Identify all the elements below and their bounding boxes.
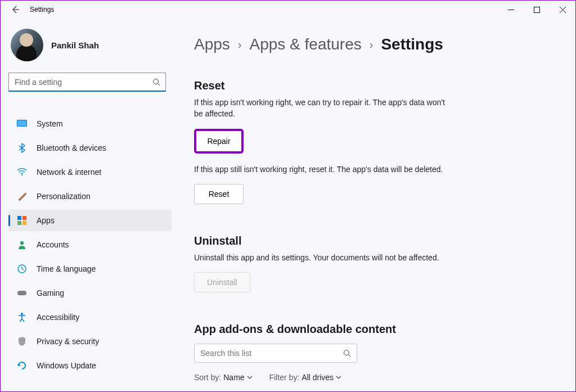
svg-line-16 (349, 355, 351, 357)
sidebar-item-label: Windows Update (37, 361, 96, 370)
uninstall-description: Uninstall this app and its settings. You… (194, 252, 559, 263)
svg-point-6 (21, 174, 22, 175)
search-icon (338, 349, 357, 357)
svg-rect-5 (17, 120, 26, 126)
reset-description: If this app still isn't working right, r… (194, 164, 559, 175)
sort-value: Name (223, 373, 244, 382)
sidebar-item-personalization[interactable]: Personalization (8, 186, 172, 207)
search-input[interactable] (9, 78, 147, 87)
chevron-down-icon (247, 376, 253, 379)
addons-search-input[interactable] (195, 349, 338, 358)
svg-rect-1 (534, 7, 539, 12)
sort-by-dropdown[interactable]: Sort by: Name (194, 373, 253, 382)
sidebar-item-apps[interactable]: Apps (8, 210, 172, 231)
window-title: Settings (30, 6, 54, 13)
accessibility-icon (15, 312, 29, 323)
sidebar-item-bluetooth[interactable]: Bluetooth & devices (8, 137, 172, 159)
svg-point-2 (154, 79, 159, 84)
minimize-icon (508, 7, 514, 13)
uninstall-button: Uninstall (194, 272, 250, 292)
addons-search-box[interactable] (194, 344, 357, 363)
sidebar-item-label: Privacy & security (37, 337, 99, 346)
shield-icon (15, 336, 29, 347)
svg-rect-13 (17, 291, 26, 295)
svg-rect-9 (17, 221, 21, 225)
sidebar-item-network[interactable]: Network & internet (8, 161, 172, 183)
svg-rect-8 (22, 216, 26, 220)
svg-line-3 (158, 83, 160, 85)
gamepad-icon (15, 287, 29, 299)
chevron-right-icon: › (238, 38, 242, 51)
user-name[interactable]: Pankil Shah (51, 40, 99, 50)
reset-button[interactable]: Reset (194, 184, 244, 204)
sidebar-item-label: Network & internet (37, 168, 101, 177)
sidebar-item-accessibility[interactable]: Accessibility (8, 307, 172, 328)
sidebar-item-time-language[interactable]: Time & language (8, 258, 172, 280)
svg-point-11 (20, 241, 24, 245)
breadcrumb: Apps › Apps & features › Settings (194, 35, 559, 53)
sidebar-item-label: Accounts (37, 240, 69, 249)
repair-button[interactable]: Repair (194, 129, 244, 154)
sidebar-item-label: Bluetooth & devices (37, 143, 106, 152)
uninstall-heading: Uninstall (194, 235, 559, 247)
search-icon (147, 78, 165, 86)
avatar[interactable] (11, 29, 43, 61)
repair-description: If this app isn't working right, we can … (194, 97, 453, 120)
sidebar-item-privacy[interactable]: Privacy & security (8, 331, 172, 352)
sort-label: Sort by: (194, 373, 221, 382)
sidebar-item-label: System (37, 119, 63, 128)
sidebar-item-label: Personalization (37, 192, 91, 201)
close-button[interactable] (550, 1, 575, 19)
svg-point-15 (344, 350, 349, 355)
paintbrush-icon (15, 191, 29, 202)
sidebar-item-label: Gaming (37, 289, 64, 298)
globe-clock-icon (15, 263, 29, 274)
breadcrumb-current: Settings (381, 35, 443, 53)
breadcrumb-apps[interactable]: Apps (194, 35, 230, 53)
wifi-icon (15, 166, 29, 178)
filter-value: All drives (302, 373, 334, 382)
maximize-icon (534, 7, 540, 13)
svg-rect-7 (17, 216, 21, 220)
minimize-button[interactable] (498, 1, 524, 19)
svg-rect-10 (22, 221, 26, 225)
search-box[interactable] (8, 73, 166, 92)
sidebar-item-gaming[interactable]: Gaming (8, 282, 172, 304)
filter-by-dropdown[interactable]: Filter by: All drives (269, 373, 341, 382)
sidebar-item-windows-update[interactable]: Windows Update (8, 355, 172, 376)
sidebar-item-system[interactable]: System (8, 113, 172, 134)
reset-heading: Reset (194, 79, 559, 92)
filter-label: Filter by: (269, 373, 300, 382)
sidebar-item-label: Time & language (37, 264, 96, 273)
svg-point-14 (21, 313, 23, 315)
back-button[interactable] (8, 3, 22, 16)
apps-icon (15, 215, 29, 226)
bluetooth-icon (15, 142, 29, 154)
person-icon (15, 239, 29, 250)
maximize-button[interactable] (524, 1, 550, 19)
chevron-right-icon: › (370, 38, 374, 51)
breadcrumb-apps-features[interactable]: Apps & features (250, 35, 362, 53)
sidebar-item-label: Apps (37, 216, 55, 225)
close-icon (560, 7, 566, 13)
addons-heading: App add-ons & downloadable content (194, 323, 559, 336)
sidebar-item-label: Accessibility (37, 313, 79, 322)
chevron-down-icon (336, 376, 341, 379)
update-icon (15, 360, 29, 371)
arrow-left-icon (11, 5, 20, 14)
monitor-icon (15, 118, 29, 129)
sidebar-item-accounts[interactable]: Accounts (8, 234, 172, 255)
